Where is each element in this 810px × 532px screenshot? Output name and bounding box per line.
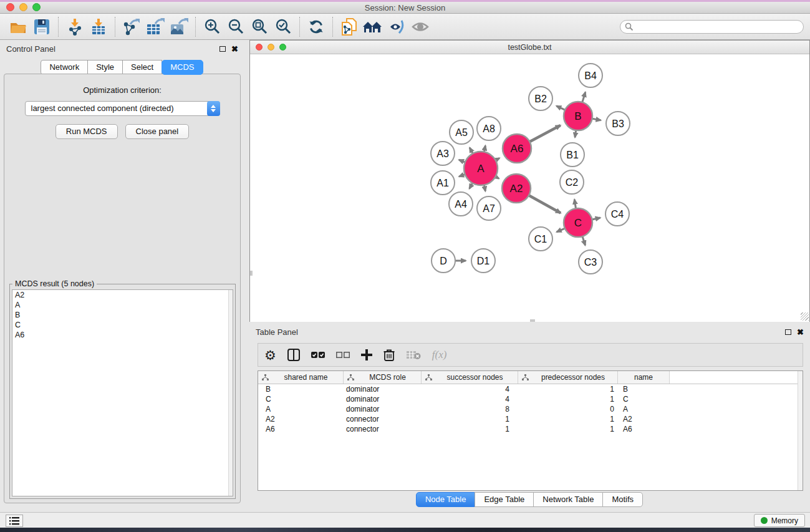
task-history-button[interactable] [6,515,23,527]
tab-select[interactable]: Select [122,60,162,75]
node-A7[interactable]: A7 [477,196,501,220]
tab-mcds[interactable]: MCDS [162,60,203,75]
table-cell[interactable]: C [258,394,344,404]
table-cell[interactable]: connector [344,414,422,424]
table-cell[interactable]: dominator [344,394,422,404]
table-row[interactable]: Adominator80A [258,404,803,414]
node-D1[interactable]: D1 [471,249,495,273]
node-A2[interactable]: A2 [502,174,531,203]
save-session-button[interactable] [30,16,54,38]
table-cell[interactable]: 4 [422,384,518,394]
table-cell[interactable]: C [618,394,670,404]
node-D[interactable]: D [432,249,455,273]
table-row[interactable]: A6connector11A6 [258,424,803,434]
add-row-icon[interactable] [361,349,372,360]
node-C4[interactable]: C4 [605,202,629,226]
import-table-button[interactable] [87,16,110,38]
table-cell[interactable]: connector [344,424,422,434]
tab-edge-table[interactable]: Edge Table [475,492,534,507]
list-scrollbar[interactable] [228,290,233,496]
delete-row-trash-icon[interactable] [383,349,395,361]
zoom-selected-button[interactable] [271,16,295,38]
mcds-result-item[interactable]: A2 [12,290,233,300]
node-B4[interactable]: B4 [579,64,602,87]
node-A8[interactable]: A8 [477,117,501,140]
edge-A2-C[interactable] [528,195,561,213]
table-cell[interactable]: A6 [618,424,670,434]
table-cell[interactable]: 1 [422,414,518,424]
mcds-result-item[interactable]: B [12,310,233,320]
zoom-out-button[interactable] [224,16,248,38]
float-panel-icon[interactable] [785,329,791,335]
search-input[interactable] [620,20,804,34]
table-cell[interactable]: 1 [518,424,618,434]
column-header-predecessor-nodes[interactable]: predecessor nodes [518,371,618,384]
open-session-button[interactable] [6,16,30,38]
mcds-result-item[interactable]: A [12,300,233,310]
node-C2[interactable]: C2 [560,170,584,194]
show-hide-button[interactable] [408,16,432,38]
node-B1[interactable]: B1 [561,143,584,167]
table-row[interactable]: Bdominator41B [258,384,803,394]
table-row[interactable]: A2connector11A2 [258,414,803,424]
zoom-in-button[interactable] [200,16,224,38]
table-cell[interactable]: A6 [258,424,344,434]
node-A3[interactable]: A3 [431,142,455,165]
node-C3[interactable]: C3 [579,250,602,274]
mcds-result-item[interactable]: C [12,320,233,330]
network-window-titlebar[interactable]: testGlobe.txt [250,41,809,54]
table-cell[interactable]: A2 [618,414,670,424]
node-A6[interactable]: A6 [503,134,531,163]
node-A4[interactable]: A4 [449,192,473,216]
tab-network-table[interactable]: Network Table [533,492,603,507]
edge-A6-B[interactable] [529,125,561,142]
close-panel-icon[interactable]: ✖ [231,45,238,53]
refresh-view-button[interactable] [304,16,328,38]
export-table-button[interactable] [143,16,167,38]
optimization-criterion-select[interactable]: largest connected component (directed) [25,101,220,116]
table-cell[interactable]: 4 [422,394,518,404]
column-header-name[interactable]: name [618,371,670,384]
table-cell[interactable]: A [258,404,344,414]
duplicate-network-button[interactable] [337,16,361,38]
float-panel-icon[interactable] [219,46,226,52]
table-scrollbar[interactable] [798,371,803,490]
network-graph[interactable]: AA1A3A5A8A4A7A6A2BB2B4B3B1CC2C4C1C3DD1 [250,54,809,322]
graphics-details-button[interactable] [385,16,408,38]
show-columns-icon[interactable] [287,349,300,361]
node-A1[interactable]: A1 [431,171,455,195]
table-cell[interactable]: B [258,384,344,394]
network-canvas[interactable]: AA1A3A5A8A4A7A6A2BB2B4B3B1CC2C4C1C3DD1 [250,54,809,322]
table-cell[interactable]: 0 [518,404,618,414]
node-B3[interactable]: B3 [606,112,630,135]
table-cell[interactable]: 1 [518,384,618,394]
table-cell[interactable]: 1 [518,414,618,424]
table-settings-gear-icon[interactable]: ⚙ [264,349,276,362]
node-table[interactable]: shared nameMCDS rolesuccessor nodesprede… [258,370,803,491]
node-A5[interactable]: A5 [450,120,473,144]
zoom-fit-button[interactable] [248,16,271,38]
tab-style[interactable]: Style [87,60,123,75]
node-C1[interactable]: C1 [529,227,552,251]
table-cell[interactable]: A [618,404,670,414]
table-cell[interactable]: 1 [518,394,618,404]
import-network-button[interactable] [63,16,87,38]
column-header-successor-nodes[interactable]: successor nodes [422,371,518,384]
table-cell[interactable]: A2 [258,414,344,424]
window-resize-grip[interactable] [801,312,809,321]
memory-button[interactable]: Memory [754,514,805,527]
close-panel-button[interactable]: Close panel [125,124,190,139]
export-image-button[interactable] [167,16,191,38]
tab-node-table[interactable]: Node Table [416,492,476,507]
deselect-all-icon[interactable] [336,351,350,359]
table-row[interactable]: Cdominator41C [258,394,803,404]
table-cell[interactable]: dominator [344,384,422,394]
node-C[interactable]: C [564,208,592,237]
node-A[interactable]: A [464,152,498,185]
table-cell[interactable]: 1 [422,424,518,434]
run-mcds-button[interactable]: Run MCDS [55,124,118,139]
table-cell[interactable]: 8 [422,404,518,414]
tab-motifs[interactable]: Motifs [602,492,643,507]
node-B2[interactable]: B2 [529,87,552,110]
close-panel-icon[interactable]: ✖ [797,328,804,336]
